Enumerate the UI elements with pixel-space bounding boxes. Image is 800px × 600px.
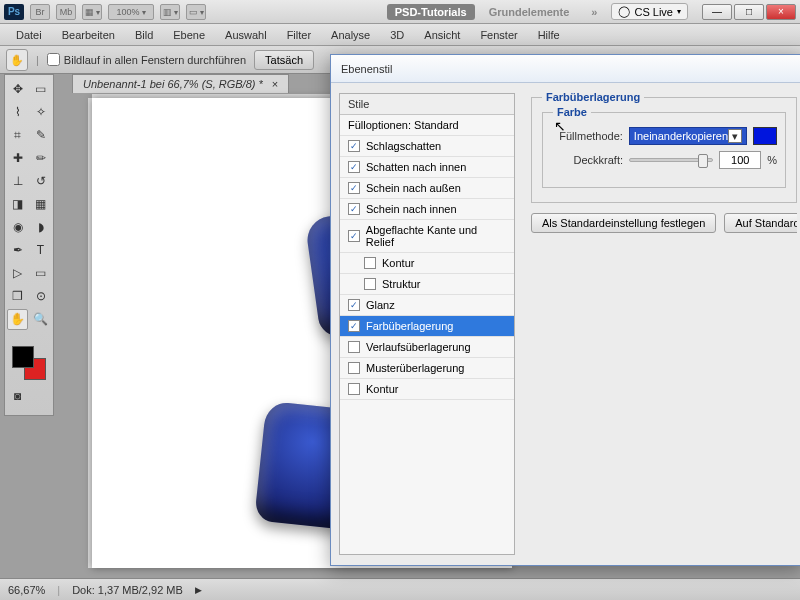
document-tab[interactable]: Unbenannt-1 bei 66,7% (S, RGB/8) * × (72, 74, 289, 93)
style-checkbox[interactable]: ✓ (348, 299, 360, 311)
slider-thumb[interactable] (698, 154, 708, 168)
3d-tool[interactable]: ❒ (7, 286, 28, 307)
view-extras-dropdown[interactable]: ▥ (160, 4, 180, 20)
screen-mode-dropdown[interactable]: ▭ (186, 4, 206, 20)
style-item-9[interactable]: Verlaufsüberlagerung (340, 337, 514, 358)
style-checkbox[interactable]: ✓ (348, 203, 360, 215)
style-checkbox[interactable] (348, 383, 360, 395)
hand-tool-icon[interactable]: ✋ (6, 49, 28, 71)
3d-camera-tool[interactable]: ⊙ (30, 286, 51, 307)
color-subgroup: Farbe Füllmethode: Ineinanderkopieren▾ D… (542, 112, 786, 188)
pen-tool[interactable]: ✒ (7, 240, 28, 261)
crop-tool[interactable]: ⌗ (7, 125, 28, 146)
type-tool[interactable]: T (30, 240, 51, 261)
style-checkbox[interactable]: ✓ (348, 140, 360, 152)
style-item-7[interactable]: ✓Glanz (340, 295, 514, 316)
style-checkbox[interactable]: ✓ (348, 182, 360, 194)
menu-hilfe[interactable]: Hilfe (528, 26, 570, 44)
status-zoom[interactable]: 66,67% (8, 584, 45, 596)
blend-mode-label: Füllmethode: (551, 130, 623, 142)
menu-fenster[interactable]: Fenster (470, 26, 527, 44)
history-brush-tool[interactable]: ↺ (30, 171, 51, 192)
style-item-label: Kontur (366, 383, 398, 395)
zoom-dropdown[interactable]: 100% (108, 4, 154, 20)
style-checkbox[interactable]: ✓ (348, 230, 360, 242)
move-tool[interactable]: ✥ (7, 79, 28, 100)
style-checkbox[interactable] (348, 362, 360, 374)
eraser-tool[interactable]: ◨ (7, 194, 28, 215)
quickmask-toggle[interactable]: ◙ (7, 386, 28, 407)
style-item-5[interactable]: Kontur (340, 253, 514, 274)
style-item-1[interactable]: ✓Schatten nach innen (340, 157, 514, 178)
opacity-slider[interactable] (629, 158, 713, 162)
path-select-tool[interactable]: ▷ (7, 263, 28, 284)
blur-tool[interactable]: ◉ (7, 217, 28, 238)
lasso-tool[interactable]: ⌇ (7, 102, 28, 123)
style-checkbox[interactable] (348, 341, 360, 353)
overlay-color-swatch[interactable] (753, 127, 777, 145)
scroll-all-windows-checkbox[interactable]: Bildlauf in allen Fenstern durchführen (47, 53, 246, 66)
menu-auswahl[interactable]: Auswahl (215, 26, 277, 44)
style-item-3[interactable]: ✓Schein nach innen (340, 199, 514, 220)
percent-sign: % (767, 154, 777, 166)
actual-pixels-button[interactable]: Tatsäch (254, 50, 314, 70)
workspace-tab-basics[interactable]: Grundelemente (481, 4, 578, 20)
style-checkbox[interactable] (364, 278, 376, 290)
window-minimize[interactable]: — (702, 4, 732, 20)
opacity-value[interactable]: 100 (719, 151, 761, 169)
shape-tool[interactable]: ▭ (30, 263, 51, 284)
style-item-4[interactable]: ✓Abgeflachte Kante und Relief (340, 220, 514, 253)
style-item-10[interactable]: Musterüberlagerung (340, 358, 514, 379)
menu-3d[interactable]: 3D (380, 26, 414, 44)
dodge-tool[interactable]: ◗ (30, 217, 51, 238)
reset-default-button[interactable]: Auf Standardeinst (724, 213, 797, 233)
menu-analyse[interactable]: Analyse (321, 26, 380, 44)
foreground-color-swatch[interactable] (12, 346, 34, 368)
layout-dropdown[interactable]: ▦ (82, 4, 102, 20)
marquee-tool[interactable]: ▭ (30, 79, 51, 100)
cslive-button[interactable]: ◯CS Live▾ (611, 3, 688, 20)
style-checkbox[interactable]: ✓ (348, 161, 360, 173)
style-item-0[interactable]: ✓Schlagschatten (340, 136, 514, 157)
hand-tool[interactable]: ✋ (7, 309, 28, 330)
bridge-button[interactable]: Br (30, 4, 50, 20)
dialog-titlebar[interactable]: Ebenenstil (331, 55, 800, 83)
workspace-more[interactable]: » (583, 4, 605, 20)
style-item-6[interactable]: Struktur (340, 274, 514, 295)
style-item-2[interactable]: ✓Schein nach außen (340, 178, 514, 199)
styles-header[interactable]: Stile (340, 94, 514, 115)
menu-ebene[interactable]: Ebene (163, 26, 215, 44)
heal-tool[interactable]: ✚ (7, 148, 28, 169)
gradient-tool[interactable]: ▦ (30, 194, 51, 215)
opacity-label: Deckkraft: (551, 154, 623, 166)
style-checkbox[interactable] (364, 257, 376, 269)
menu-datei[interactable]: Datei (6, 26, 52, 44)
workspace-tab-tutorials[interactable]: PSD-Tutorials (387, 4, 475, 20)
stamp-tool[interactable]: ⊥ (7, 171, 28, 192)
window-close[interactable]: × (766, 4, 796, 20)
menu-bild[interactable]: Bild (125, 26, 163, 44)
brush-tool[interactable]: ✏ (30, 148, 51, 169)
style-item-label: Verlaufsüberlagerung (366, 341, 471, 353)
make-default-button[interactable]: Als Standardeinstellung festlegen (531, 213, 716, 233)
style-item-label: Kontur (382, 257, 414, 269)
status-docsize[interactable]: Dok: 1,37 MB/2,92 MB (72, 584, 183, 596)
color-swatches[interactable] (12, 346, 46, 380)
menu-ansicht[interactable]: Ansicht (414, 26, 470, 44)
style-item-8[interactable]: ✓Farbüberlagerung (340, 316, 514, 337)
window-maximize[interactable]: □ (734, 4, 764, 20)
zoom-tool[interactable]: 🔍 (30, 309, 51, 330)
blend-mode-combo[interactable]: Ineinanderkopieren▾ (629, 127, 747, 145)
minibridge-button[interactable]: Mb (56, 4, 76, 20)
menu-bearbeiten[interactable]: Bearbeiten (52, 26, 125, 44)
document-tab-close[interactable]: × (272, 78, 278, 90)
status-menu-arrow[interactable]: ▶ (195, 585, 202, 595)
fill-options-row[interactable]: Fülloptionen: Standard (340, 115, 514, 136)
menu-filter[interactable]: Filter (277, 26, 321, 44)
color-overlay-group: Farbüberlagerung Farbe Füllmethode: Inei… (531, 97, 797, 203)
wand-tool[interactable]: ✧ (30, 102, 51, 123)
eyedropper-tool[interactable]: ✎ (30, 125, 51, 146)
style-item-11[interactable]: Kontur (340, 379, 514, 400)
style-checkbox[interactable]: ✓ (348, 320, 360, 332)
cslive-icon: ◯ (618, 5, 630, 18)
